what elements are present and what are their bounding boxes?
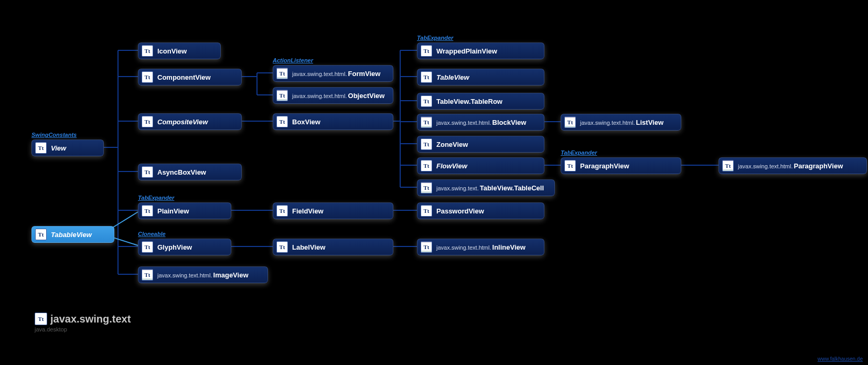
class-name: FlowView — [436, 162, 467, 170]
class-label: javax.swing.text.html.ObjectView — [292, 92, 384, 100]
class-node-tableview[interactable]: TableView — [417, 69, 544, 85]
class-name: AsyncBoxView — [157, 168, 206, 176]
type-icon — [421, 205, 432, 217]
legend-title: javax.swing.text — [50, 313, 131, 325]
class-node-listview[interactable]: javax.swing.text.html.ListView — [561, 114, 681, 131]
class-name: PlainView — [157, 207, 189, 215]
class-label: javax.swing.text.html.BlockView — [436, 119, 526, 126]
type-icon — [421, 182, 432, 194]
interface-annotation-cloneable[interactable]: Cloneable — [138, 231, 166, 237]
class-node-asyncboxview[interactable]: AsyncBoxView — [138, 164, 242, 180]
class-label: CompositeView — [157, 118, 208, 126]
class-node-objectview[interactable]: javax.swing.text.html.ObjectView — [273, 87, 393, 104]
class-node-flowview[interactable]: FlowView — [417, 157, 544, 174]
class-node-view[interactable]: View — [31, 139, 104, 156]
class-label: WrappedPlainView — [436, 47, 497, 55]
class-node-paragraphview[interactable]: ParagraphView — [561, 157, 681, 174]
type-icon — [276, 116, 288, 127]
type-icon — [722, 160, 734, 171]
type-icon — [421, 71, 432, 83]
class-label: LabelView — [292, 243, 325, 251]
class-label: IconView — [157, 47, 187, 55]
class-name: ComponentView — [157, 73, 211, 81]
class-label: javax.swing.text.html.ListView — [580, 119, 663, 126]
class-node-iconview[interactable]: IconView — [138, 42, 221, 59]
class-label: TabableView — [51, 231, 92, 239]
class-node-blockview[interactable]: javax.swing.text.html.BlockView — [417, 114, 544, 131]
class-label: TableView — [436, 73, 469, 81]
interface-annotation-actionlistener[interactable]: ActionListener — [273, 57, 313, 63]
class-node-passwordview[interactable]: PasswordView — [417, 202, 544, 219]
class-node-wrappedplainview[interactable]: WrappedPlainView — [417, 42, 544, 59]
class-name: BoxView — [292, 118, 320, 126]
class-node-tablecell[interactable]: javax.swing.text.TableView.TableCell — [417, 179, 555, 196]
class-label: FlowView — [436, 162, 467, 170]
class-name: GlyphView — [157, 243, 192, 251]
type-icon — [35, 142, 47, 154]
class-node-tababbleview[interactable]: TabableView — [31, 226, 114, 243]
class-node-plainview[interactable]: PlainView — [138, 202, 231, 219]
interface-annotation-tabexpander2[interactable]: TabExpander — [138, 195, 174, 201]
type-icon — [564, 116, 576, 128]
type-icon — [142, 116, 153, 127]
class-node-zoneview[interactable]: ZoneView — [417, 136, 544, 153]
class-name: LabelView — [292, 243, 325, 251]
package-prefix: javax.swing.text.html. — [292, 71, 347, 77]
class-label: javax.swing.text.html.ParagraphView — [738, 162, 843, 170]
class-node-glyphview[interactable]: GlyphView — [138, 239, 231, 255]
class-label: javax.swing.text.TableView.TableCell — [436, 184, 544, 192]
type-icon — [35, 313, 47, 325]
class-label: PasswordView — [436, 207, 484, 215]
class-node-compositeview[interactable]: CompositeView — [138, 113, 242, 130]
class-label: ParagraphView — [580, 162, 629, 170]
class-name: ZoneView — [436, 141, 468, 148]
class-name: InlineView — [492, 243, 526, 251]
class-label: BoxView — [292, 118, 320, 126]
class-node-imageview[interactable]: javax.swing.text.html.ImageView — [138, 266, 268, 283]
class-node-boxview[interactable]: BoxView — [273, 113, 393, 130]
class-name: CompositeView — [157, 118, 208, 126]
type-icon — [276, 68, 288, 79]
type-icon — [421, 160, 432, 171]
type-icon — [276, 241, 288, 253]
class-label: FieldView — [292, 207, 324, 215]
type-icon — [421, 138, 432, 150]
credit-link[interactable]: www.falkhausen.de — [818, 356, 863, 362]
interface-annotation-tabexpander1[interactable]: TabExpander — [417, 35, 453, 41]
class-name: TableView.TableRow — [436, 98, 502, 105]
class-node-htmlparagraph[interactable]: javax.swing.text.html.ParagraphView — [719, 157, 867, 174]
class-label: javax.swing.text.html.ImageView — [157, 271, 249, 279]
interface-annotation-swingconstants[interactable]: SwingConstants — [31, 132, 77, 138]
type-icon — [564, 160, 576, 171]
type-icon — [276, 90, 288, 101]
diagram-canvas: { "nodes": { "view": { "x":60, "y":266, … — [0, 0, 868, 365]
type-icon — [421, 45, 432, 57]
type-icon — [276, 205, 288, 217]
class-label: javax.swing.text.html.FormView — [292, 70, 380, 78]
class-node-labelview[interactable]: LabelView — [273, 239, 393, 255]
class-label: TableView.TableRow — [436, 98, 502, 105]
class-name: TabableView — [51, 231, 92, 239]
class-label: AsyncBoxView — [157, 168, 206, 176]
class-label: View — [51, 144, 66, 152]
type-icon — [421, 95, 432, 107]
type-icon — [142, 45, 153, 57]
class-name: PasswordView — [436, 207, 484, 215]
class-name: FormView — [348, 70, 381, 78]
legend-subtitle: java.desktop — [35, 326, 67, 332]
legend: javax.swing.text — [35, 313, 131, 325]
type-icon — [421, 116, 432, 128]
type-icon — [142, 71, 153, 83]
class-node-inlineview[interactable]: javax.swing.text.html.InlineView — [417, 239, 544, 255]
interface-annotation-tabexpander3[interactable]: TabExpander — [561, 149, 597, 156]
class-label: ZoneView — [436, 141, 468, 148]
class-name: TableView — [436, 73, 469, 81]
class-node-tablerow[interactable]: TableView.TableRow — [417, 93, 544, 110]
class-node-fieldview[interactable]: FieldView — [273, 202, 393, 219]
class-name: FieldView — [292, 207, 324, 215]
package-prefix: javax.swing.text.html. — [436, 120, 491, 126]
class-node-componentview[interactable]: ComponentView — [138, 69, 242, 85]
type-icon — [35, 229, 47, 240]
class-name: View — [51, 144, 66, 152]
class-node-formview[interactable]: javax.swing.text.html.FormView — [273, 65, 393, 82]
